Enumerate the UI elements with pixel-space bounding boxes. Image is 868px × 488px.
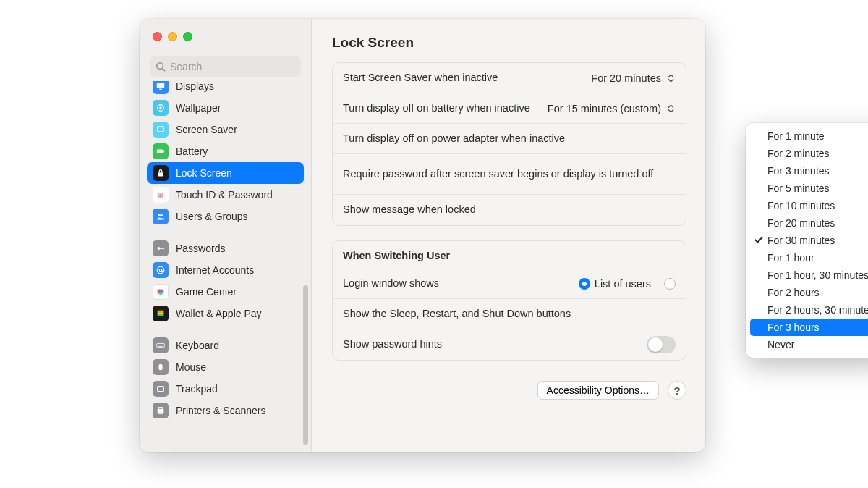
window-controls [140, 19, 311, 51]
menu-item[interactable]: For 5 minutes [750, 180, 868, 197]
toggle-show-password-hints[interactable] [647, 336, 676, 353]
sidebar-item-screensaver[interactable]: Screen Saver [147, 119, 304, 140]
svg-rect-25 [159, 345, 160, 345]
row-label: Require password after screen saver begi… [343, 167, 676, 182]
screensaver-icon [153, 122, 169, 138]
sidebar-item-displays[interactable]: Displays [147, 81, 304, 97]
svg-point-10 [158, 214, 161, 217]
row-show-sleep-buttons: Show the Sleep, Restart, and Shut Down b… [333, 299, 686, 329]
sidebar-item-battery[interactable]: Battery [147, 140, 304, 162]
menu-item[interactable]: For 3 minutes [750, 162, 868, 180]
users-icon [153, 209, 169, 224]
sidebar-item-gamecenter[interactable]: Game Center [147, 281, 304, 303]
gamecenter-icon [153, 284, 169, 300]
sidebar-item-label: Users & Groups [176, 211, 248, 222]
radio-list-of-users[interactable]: List of users [579, 278, 651, 290]
sidebar-item-label: Trackpad [176, 383, 218, 395]
search-input[interactable] [170, 61, 295, 72]
svg-rect-26 [161, 345, 161, 345]
trackpad-icon [153, 381, 169, 397]
sidebar-scrollbar[interactable] [301, 106, 308, 442]
sidebar-item-passwords[interactable]: Passwords [147, 237, 304, 259]
sidebar-item-mouse[interactable]: Mouse [147, 356, 304, 378]
toggle-knob [648, 337, 663, 352]
help-button[interactable]: ? [668, 381, 686, 400]
row-label: Show password hints [343, 337, 638, 352]
row-display-off-battery: Turn display off on battery when inactiv… [333, 93, 686, 124]
content-pane: Lock Screen Start Screen Saver when inac… [312, 19, 705, 452]
menu-item[interactable]: For 1 minute [750, 127, 868, 145]
svg-line-1 [163, 69, 166, 72]
menu-item-label: For 1 minute [767, 130, 825, 142]
sidebar-item-printers[interactable]: Printers & Scanners [147, 400, 304, 421]
printer-icon [153, 403, 169, 418]
displays-icon [153, 81, 169, 94]
adapter-timeout-dropdown[interactable]: For 1 minuteFor 2 minutesFor 3 minutesFo… [746, 123, 868, 358]
menu-item[interactable]: For 1 hour, 30 minutes [750, 266, 868, 284]
svg-rect-22 [158, 314, 164, 316]
sidebar-item-keyboard[interactable]: Keyboard [147, 335, 304, 356]
popup-battery-timeout[interactable]: For 15 minutes (custom) [548, 102, 676, 115]
svg-rect-29 [158, 364, 162, 371]
svg-rect-8 [163, 151, 164, 153]
svg-point-5 [159, 106, 162, 109]
close-window-button[interactable] [153, 32, 162, 41]
row-label: Start Screen Saver when inactive [343, 71, 582, 85]
svg-point-15 [157, 266, 164, 274]
accessibility-options-button[interactable]: Accessibility Options… [537, 381, 659, 400]
menu-item-label: For 1 hour [767, 252, 814, 264]
at-icon [153, 262, 169, 278]
search-icon [156, 62, 166, 72]
menu-item[interactable]: For 2 hours [750, 284, 868, 301]
radio-name-password[interactable] [664, 278, 676, 290]
footer: Accessibility Options… ? [332, 375, 686, 400]
menu-item[interactable]: For 2 minutes [750, 145, 868, 162]
radio-circle-icon [579, 278, 590, 290]
sidebar-item-users[interactable]: Users & Groups [147, 206, 304, 227]
row-label: Show the Sleep, Restart, and Shut Down b… [343, 307, 676, 321]
key-icon [153, 240, 169, 256]
svg-rect-20 [158, 311, 164, 313]
menu-item[interactable]: For 30 minutes [750, 232, 868, 249]
svg-rect-14 [163, 248, 163, 250]
menu-item[interactable]: For 1 hour [750, 249, 868, 266]
checkmark-icon [754, 235, 764, 245]
sidebar-item-trackpad[interactable]: Trackpad [147, 378, 304, 400]
menu-item-label: For 1 hour, 30 minutes [767, 269, 868, 281]
menu-item-label: For 2 hours, 30 minutes [767, 304, 868, 316]
popup-screensaver-timeout[interactable]: For 20 minutes [591, 72, 676, 85]
sidebar-item-lockscreen[interactable]: Lock Screen [147, 162, 304, 184]
mouse-icon [153, 359, 169, 375]
svg-point-19 [158, 291, 162, 295]
menu-item-label: For 20 minutes [767, 217, 835, 229]
sidebar-item-wallpaper[interactable]: Wallpaper [147, 97, 304, 119]
scrollbar-thumb[interactable] [303, 285, 308, 445]
menu-item[interactable]: For 20 minutes [750, 214, 868, 232]
search-field[interactable] [150, 56, 301, 77]
sidebar-item-wallet[interactable]: Wallet & Apple Pay [147, 303, 304, 324]
system-settings-window: Displays Wallpaper Screen Saver Battery … [140, 19, 705, 452]
sidebar-item-label: Lock Screen [176, 167, 232, 179]
sidebar-item-touchid[interactable]: Touch ID & Password [147, 184, 304, 206]
fingerprint-icon [153, 187, 169, 203]
svg-point-12 [157, 247, 160, 250]
menu-item[interactable]: Never [750, 336, 868, 353]
menu-item[interactable]: For 3 hours [750, 319, 868, 336]
row-label: Login window shows [343, 277, 570, 291]
wallet-icon [153, 306, 169, 321]
sidebar-item-label: Mouse [176, 361, 206, 373]
lock-icon [153, 165, 169, 181]
sidebar-item-label: Wallet & Apple Pay [176, 308, 262, 319]
svg-rect-32 [158, 408, 162, 410]
sidebar-item-internet[interactable]: Internet Accounts [147, 259, 304, 281]
row-login-window-shows: Login window shows List of users [333, 269, 686, 299]
sidebar-item-label: Touch ID & Password [176, 189, 273, 201]
menu-item-label: For 30 minutes [767, 235, 835, 246]
sidebar-item-label: Keyboard [176, 340, 219, 351]
menu-item[interactable]: For 2 hours, 30 minutes [750, 301, 868, 319]
minimize-window-button[interactable] [168, 32, 177, 41]
svg-point-0 [157, 63, 163, 70]
zoom-window-button[interactable] [183, 32, 192, 41]
menu-item[interactable]: For 10 minutes [750, 197, 868, 214]
svg-rect-7 [157, 149, 163, 153]
